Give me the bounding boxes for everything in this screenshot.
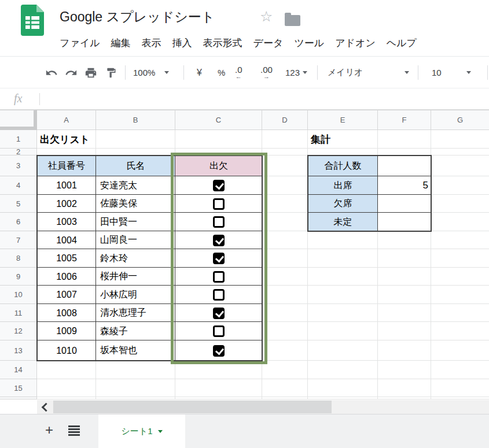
grid-cell[interactable] [96,397,175,399]
grid-cell[interactable] [308,249,378,268]
attendance-checkbox-cell[interactable] [175,176,262,195]
grid-cell[interactable] [37,361,96,379]
grid-cell[interactable] [308,149,378,155]
column-header-g[interactable]: G [431,110,489,130]
attendance-checkbox-cell[interactable] [175,304,262,322]
grid-cell[interactable] [262,322,308,340]
add-sheet-button[interactable]: + [42,423,57,438]
checkbox-checked-icon[interactable] [213,253,225,264]
row-header-15[interactable]: 15 [0,379,37,397]
attendance-checkbox-cell[interactable] [175,340,262,361]
grid-cell[interactable] [431,176,489,195]
column-header-a[interactable]: A [37,110,96,130]
horizontal-scrollbar[interactable] [0,400,489,414]
employee-id-cell[interactable]: 1007 [37,286,96,304]
grid-cell[interactable] [431,149,489,155]
grid-cell[interactable] [262,361,308,379]
employee-id-cell[interactable]: 1002 [37,195,96,213]
attendance-header-cell[interactable]: 社員番号 [37,155,96,176]
employee-id-cell[interactable]: 1001 [37,176,96,195]
column-header-e[interactable]: E [308,110,378,130]
checkbox-checked-icon[interactable] [213,308,225,319]
grid-cell[interactable] [431,195,489,213]
summary-value-cell[interactable] [378,155,431,176]
grid-cell[interactable] [262,397,308,399]
grid-cell[interactable] [308,231,378,249]
grid-cell[interactable] [378,268,431,286]
grid-cell[interactable] [431,304,489,322]
grid-cell[interactable] [262,286,308,304]
row-header-12[interactable]: 12 [0,322,37,340]
all-sheets-icon[interactable] [68,425,80,436]
row-header-13[interactable]: 13 [0,340,37,361]
grid-cell[interactable] [262,149,308,155]
grid-cell[interactable] [431,286,489,304]
row-header-8[interactable]: 8 [0,249,37,268]
grid-cell[interactable] [37,397,96,399]
employee-name-cell[interactable]: 鈴木玲 [96,249,175,268]
grid-cell[interactable] [96,379,175,397]
grid-cell[interactable] [96,149,175,155]
grid-cell[interactable] [378,340,431,361]
row-header-14[interactable]: 14 [0,361,37,379]
employee-name-cell[interactable]: 桜井伸一 [96,268,175,286]
grid-cell[interactable] [37,149,96,155]
employee-name-cell[interactable]: 安達亮太 [96,176,175,195]
grid-cell[interactable] [431,231,489,249]
checkbox-unchecked-icon[interactable] [213,198,225,210]
grid-cell[interactable] [431,249,489,268]
attendance-checkbox-cell[interactable] [175,249,262,268]
grid-cell[interactable] [262,249,308,268]
grid-cell[interactable] [378,286,431,304]
employee-name-cell[interactable]: 森綾子 [96,322,175,340]
row-header-7[interactable]: 7 [0,231,37,249]
grid-cell[interactable] [308,304,378,322]
grid-cell[interactable] [262,130,308,149]
grid-cell[interactable] [378,304,431,322]
grid-cell[interactable] [262,304,308,322]
row-header-10[interactable]: 10 [0,286,37,304]
row-header-11[interactable]: 11 [0,304,37,322]
grid-cell[interactable] [262,340,308,361]
grid-cell[interactable] [262,176,308,195]
employee-name-cell[interactable]: 清水恵理子 [96,304,175,322]
grid-cell[interactable] [262,379,308,397]
attendance-header-cell[interactable]: 氏名 [96,155,175,176]
grid-cell[interactable] [378,379,431,397]
row-header-1[interactable]: 1 [0,130,37,149]
grid-cell[interactable] [262,213,308,231]
grid-cell[interactable] [431,213,489,231]
grid-cell[interactable] [308,286,378,304]
grid-cell[interactable] [262,195,308,213]
summary-value-cell[interactable]: 5 [378,176,431,195]
summary-label-cell[interactable]: 未定 [308,213,378,231]
employee-id-cell[interactable]: 1003 [37,213,96,231]
checkbox-unchecked-icon[interactable] [213,325,225,337]
grid-cell[interactable] [308,397,378,399]
summary-label-cell[interactable]: 欠席 [308,195,378,213]
attendance-checkbox-cell[interactable] [175,268,262,286]
checkbox-unchecked-icon[interactable] [213,289,225,301]
employee-name-cell[interactable]: 山岡良一 [96,231,175,249]
summary-value-cell[interactable] [378,213,431,231]
grid-cell[interactable] [378,231,431,249]
employee-id-cell[interactable]: 1006 [37,268,96,286]
column-header-d[interactable]: D [262,110,308,130]
employee-id-cell[interactable]: 1008 [37,304,96,322]
grid-cell[interactable] [378,322,431,340]
row-header-5[interactable]: 5 [0,195,37,213]
grid-cell[interactable] [431,268,489,286]
grid-cell[interactable] [96,361,175,379]
attendance-checkbox-cell[interactable] [175,286,262,304]
grid-cell[interactable] [37,379,96,397]
grid-cell[interactable] [262,231,308,249]
checkbox-unchecked-icon[interactable] [213,271,225,283]
grid-cell[interactable] [175,361,262,379]
row-header-3[interactable]: 3 [0,155,37,176]
employee-name-cell[interactable]: 小林広明 [96,286,175,304]
employee-name-cell[interactable]: 田中賢一 [96,213,175,231]
grid-cell[interactable] [308,361,378,379]
employee-name-cell[interactable]: 坂本智也 [96,340,175,361]
grid-cell[interactable] [308,379,378,397]
summary-label-cell[interactable]: 合計人数 [308,155,378,176]
